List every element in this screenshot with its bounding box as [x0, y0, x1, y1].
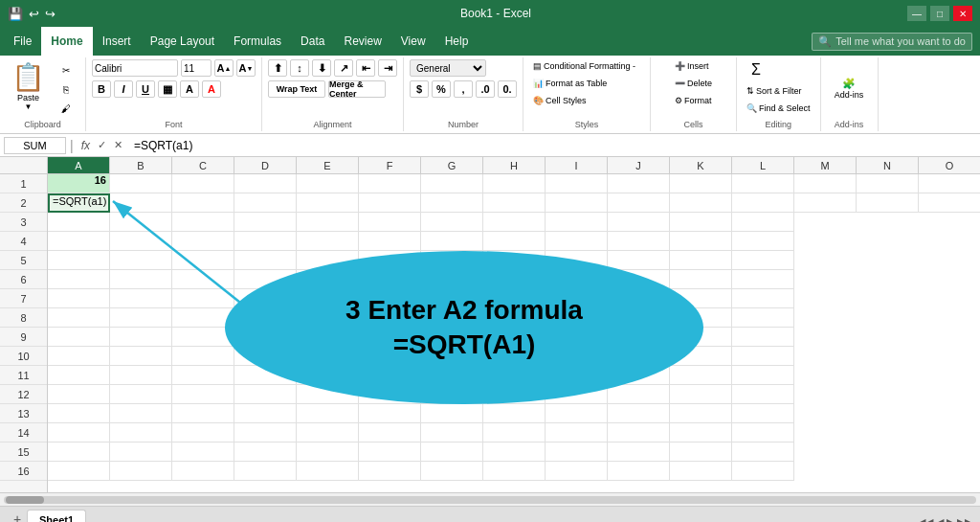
- format-as-table-button[interactable]: 📊 Format as Table: [529, 77, 644, 90]
- number-format-select[interactable]: General Number Currency: [410, 59, 486, 77]
- col-header-g[interactable]: G: [421, 157, 483, 173]
- cell-h16[interactable]: [483, 462, 546, 481]
- currency-button[interactable]: $: [410, 80, 429, 98]
- cell-b5[interactable]: [110, 251, 172, 270]
- cell-a14[interactable]: [48, 423, 110, 443]
- addins-button[interactable]: 🧩 Add-ins: [831, 59, 868, 117]
- cell-a7[interactable]: [48, 289, 110, 308]
- row-header-5[interactable]: 5: [0, 251, 47, 270]
- cell-f14[interactable]: [359, 423, 421, 443]
- row-header-10[interactable]: 10: [0, 347, 47, 366]
- cell-k15[interactable]: [670, 443, 732, 462]
- cell-h1[interactable]: [483, 174, 546, 193]
- cell-n1[interactable]: [857, 174, 919, 193]
- tab-page-layout[interactable]: Page Layout: [141, 27, 224, 56]
- col-header-d[interactable]: D: [234, 157, 297, 173]
- cell-l13[interactable]: [732, 404, 794, 423]
- cell-c2[interactable]: [172, 193, 234, 213]
- cell-n2[interactable]: [857, 193, 919, 213]
- cell-b7[interactable]: [110, 289, 172, 308]
- cell-c14[interactable]: [172, 423, 234, 443]
- cell-c5[interactable]: [172, 251, 234, 270]
- cell-j5[interactable]: [608, 251, 670, 270]
- bold-button[interactable]: B: [92, 80, 111, 98]
- cell-f4[interactable]: [359, 232, 421, 251]
- cell-e14[interactable]: [297, 423, 359, 443]
- cell-a15[interactable]: [48, 443, 110, 462]
- indent-increase-button[interactable]: ⇥: [378, 59, 397, 77]
- cell-g3[interactable]: [421, 213, 483, 232]
- cell-i1[interactable]: [546, 174, 608, 193]
- font-size-input[interactable]: [181, 59, 212, 77]
- row-header-12[interactable]: 12: [0, 385, 47, 404]
- cell-b15[interactable]: [110, 443, 172, 462]
- col-header-l[interactable]: L: [732, 157, 794, 173]
- col-header-f[interactable]: F: [359, 157, 421, 173]
- align-middle-button[interactable]: ↕: [290, 59, 309, 77]
- font-color-button[interactable]: A: [202, 80, 221, 98]
- cell-d4[interactable]: [234, 232, 297, 251]
- row-header-6[interactable]: 6: [0, 270, 47, 289]
- col-header-c[interactable]: C: [172, 157, 234, 173]
- cell-i14[interactable]: [546, 423, 608, 443]
- cell-m1[interactable]: [794, 174, 857, 193]
- cell-k12[interactable]: [670, 385, 732, 404]
- cell-h2[interactable]: [483, 193, 546, 213]
- cell-b13[interactable]: [110, 404, 172, 423]
- cell-b4[interactable]: [110, 232, 172, 251]
- cell-d12[interactable]: [234, 385, 297, 404]
- tab-insert[interactable]: Insert: [93, 27, 141, 56]
- cell-d2[interactable]: [234, 193, 297, 213]
- cell-o2[interactable]: [919, 193, 980, 213]
- tab-review[interactable]: Review: [334, 27, 390, 56]
- cell-l4[interactable]: [732, 232, 794, 251]
- wrap-text-button[interactable]: Wrap Text: [268, 80, 325, 98]
- indent-decrease-button[interactable]: ⇤: [356, 59, 375, 77]
- cell-f2[interactable]: [359, 193, 421, 213]
- cell-h15[interactable]: [483, 443, 546, 462]
- cell-c11[interactable]: [172, 366, 234, 385]
- cell-g1[interactable]: [421, 174, 483, 193]
- cell-d5[interactable]: [234, 251, 297, 270]
- horizontal-scrollbar[interactable]: [0, 492, 980, 506]
- tab-view[interactable]: View: [391, 27, 435, 56]
- col-header-b[interactable]: B: [110, 157, 172, 173]
- cell-i3[interactable]: [546, 213, 608, 232]
- cell-h3[interactable]: [483, 213, 546, 232]
- cell-c4[interactable]: [172, 232, 234, 251]
- delete-button[interactable]: ➖ Delete: [671, 77, 716, 90]
- autosum-button[interactable]: Σ: [743, 59, 769, 80]
- increase-decimal-button[interactable]: .0: [476, 80, 495, 98]
- cell-e2[interactable]: [297, 193, 359, 213]
- row-header-13[interactable]: 13: [0, 404, 47, 423]
- row-header-16[interactable]: 16: [0, 462, 47, 481]
- cell-f1[interactable]: [359, 174, 421, 193]
- cell-b16[interactable]: [110, 462, 172, 481]
- cell-a13[interactable]: [48, 404, 110, 423]
- cell-c6[interactable]: [172, 270, 234, 289]
- cell-c3[interactable]: [172, 213, 234, 232]
- align-top-button[interactable]: ⬆: [268, 59, 287, 77]
- cell-l14[interactable]: [732, 423, 794, 443]
- cell-a6[interactable]: [48, 270, 110, 289]
- cell-d13[interactable]: [234, 404, 297, 423]
- cell-g16[interactable]: [421, 462, 483, 481]
- decrease-font-button[interactable]: A▼: [236, 59, 256, 77]
- cell-i13[interactable]: [546, 404, 608, 423]
- cell-b11[interactable]: [110, 366, 172, 385]
- text-direction-button[interactable]: ↗: [334, 59, 353, 77]
- cell-l9[interactable]: [732, 328, 794, 347]
- insert-button[interactable]: ➕ Insert: [671, 59, 713, 73]
- comma-button[interactable]: ,: [454, 80, 473, 98]
- row-header-8[interactable]: 8: [0, 308, 47, 328]
- cell-l16[interactable]: [732, 462, 794, 481]
- minimize-button[interactable]: —: [907, 6, 926, 21]
- italic-button[interactable]: I: [114, 80, 133, 98]
- row-header-14[interactable]: 14: [0, 423, 47, 443]
- cell-l3[interactable]: [732, 213, 794, 232]
- cell-a5[interactable]: [48, 251, 110, 270]
- fill-color-button[interactable]: A: [180, 80, 199, 98]
- cell-k1[interactable]: [670, 174, 732, 193]
- cell-a11[interactable]: [48, 366, 110, 385]
- decrease-decimal-button[interactable]: 0.: [498, 80, 517, 98]
